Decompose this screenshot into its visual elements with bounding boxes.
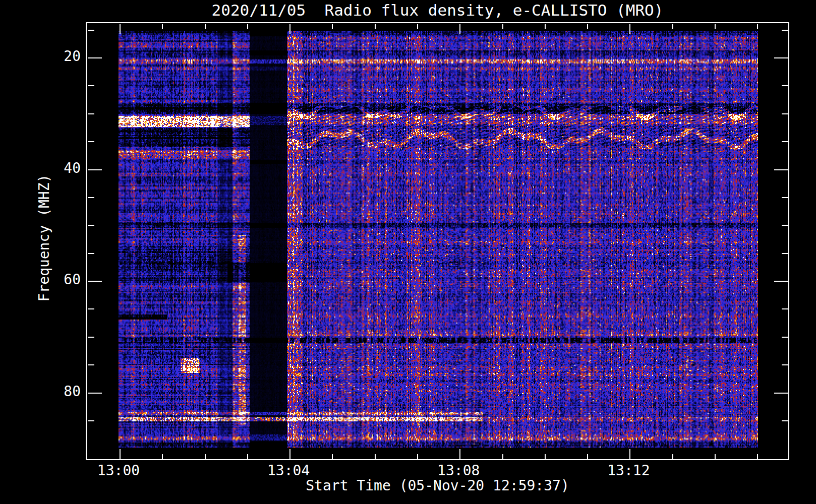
y-tick <box>88 337 94 338</box>
y-tick <box>782 113 788 114</box>
x-tick-label: 13:00 <box>83 462 154 479</box>
x-tick <box>629 24 630 34</box>
x-tick <box>629 449 630 459</box>
x-tick <box>247 454 248 459</box>
x-tick-label: 13:08 <box>423 462 494 479</box>
y-tick-label: 80 <box>44 383 81 400</box>
y-tick <box>88 225 94 226</box>
x-tick <box>205 454 206 459</box>
y-tick <box>88 197 94 198</box>
x-tick <box>757 24 758 29</box>
x-tick <box>417 24 418 29</box>
y-tick <box>782 364 788 365</box>
y-tick <box>88 30 94 31</box>
y-tick <box>774 57 788 58</box>
x-tick <box>545 454 546 459</box>
y-tick <box>88 85 94 86</box>
y-tick <box>782 420 788 421</box>
x-tick-label: 13:12 <box>593 462 664 479</box>
y-tick <box>88 364 94 365</box>
x-tick <box>120 24 121 34</box>
x-tick <box>332 454 333 459</box>
x-tick-label: 13:04 <box>253 462 324 479</box>
y-tick-label: 60 <box>44 271 81 288</box>
x-tick <box>375 24 376 29</box>
y-tick <box>88 113 94 114</box>
y-tick <box>782 85 788 86</box>
x-tick <box>587 24 588 29</box>
x-tick <box>417 454 418 459</box>
plot-area <box>86 22 789 460</box>
y-tick <box>88 141 94 142</box>
spectrogram-page: 2020/11/05 Radio flux density, e-CALLIST… <box>0 0 816 504</box>
x-tick <box>715 24 716 29</box>
y-tick-label: 40 <box>44 160 81 177</box>
y-tick <box>88 308 94 309</box>
x-tick <box>672 454 673 459</box>
x-tick <box>672 24 673 29</box>
y-tick <box>782 30 788 31</box>
x-tick <box>587 454 588 459</box>
x-tick <box>205 24 206 29</box>
x-tick <box>545 24 546 29</box>
y-tick <box>782 197 788 198</box>
y-tick <box>782 141 788 142</box>
y-tick <box>774 281 788 282</box>
x-tick <box>459 449 460 459</box>
y-tick-label: 20 <box>44 48 81 65</box>
y-tick <box>88 393 102 394</box>
x-tick <box>332 24 333 29</box>
y-tick <box>774 393 788 394</box>
y-tick <box>88 169 102 170</box>
x-tick <box>502 24 503 29</box>
y-tick <box>774 169 788 170</box>
page-title: 2020/11/05 Radio flux density, e-CALLIST… <box>86 0 789 20</box>
y-tick <box>88 253 94 254</box>
x-tick <box>289 449 290 459</box>
x-tick <box>162 24 163 29</box>
x-tick <box>502 454 503 459</box>
x-tick <box>375 454 376 459</box>
x-tick <box>120 449 121 459</box>
y-tick <box>782 308 788 309</box>
x-tick <box>757 454 758 459</box>
x-tick <box>459 24 460 34</box>
y-tick <box>88 281 102 282</box>
y-tick <box>88 420 94 421</box>
x-axis-title: Start Time (05-Nov-20 12:59:37) <box>86 477 789 494</box>
spectrogram-canvas <box>119 31 758 448</box>
y-tick <box>88 57 102 58</box>
x-tick <box>715 454 716 459</box>
x-tick <box>162 454 163 459</box>
y-axis-title: Frequency (MHZ) <box>36 157 53 319</box>
y-tick <box>782 337 788 338</box>
y-tick <box>782 225 788 226</box>
y-tick <box>782 253 788 254</box>
x-tick <box>289 24 290 34</box>
x-tick <box>247 24 248 29</box>
